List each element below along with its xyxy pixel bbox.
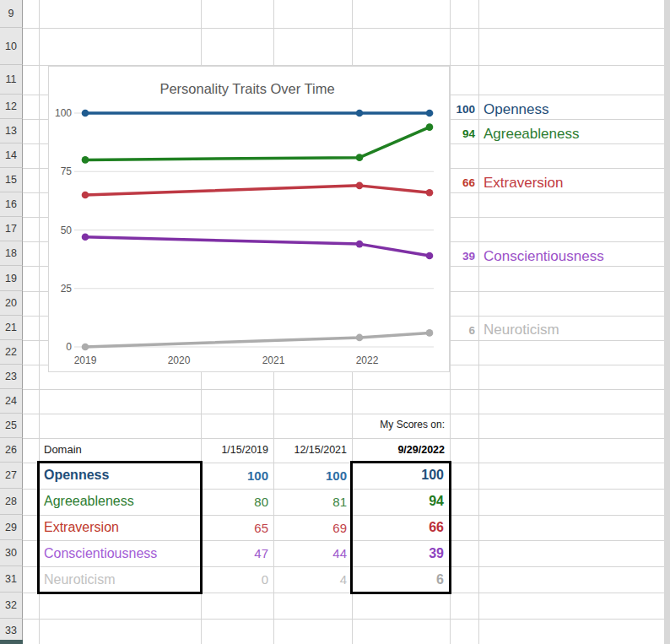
sheet-right-edge	[664, 0, 670, 644]
row-header-18[interactable]: 18	[0, 241, 23, 266]
data-point-agreeableness[interactable]	[426, 123, 434, 131]
legend-value-conscientiousness[interactable]: 39	[450, 244, 475, 268]
chart-title: Personality Traits Over Time	[159, 81, 334, 96]
series-line-neuroticism[interactable]	[85, 333, 430, 347]
legend-value-agreeableness[interactable]: 94	[450, 122, 475, 146]
table-cell-extraversion-2[interactable]: 69	[273, 515, 347, 541]
domain-header[interactable]: Domain	[44, 436, 170, 463]
grid-hline	[23, 389, 670, 390]
row-header-11[interactable]: 11	[0, 65, 23, 95]
data-point-neuroticism[interactable]	[426, 329, 434, 337]
row-header-26[interactable]: 26	[0, 438, 23, 463]
grid-hline	[23, 593, 670, 593]
legend-value-openness[interactable]: 100	[450, 97, 475, 122]
row-header-20[interactable]: 20	[0, 291, 23, 316]
legend-label-agreeableness[interactable]: Agreeableness	[484, 122, 669, 146]
grid-hline	[23, 619, 670, 620]
table-cell-neuroticism-3[interactable]: 6	[343, 566, 444, 593]
row-header-9[interactable]: 9	[0, 0, 23, 28]
x-axis-tick-label: 2022	[356, 354, 379, 366]
y-axis-tick-label: 100	[55, 107, 72, 119]
row-header-10[interactable]: 10	[0, 28, 23, 65]
row-header-13[interactable]: 13	[0, 119, 23, 143]
table-row-label-openness[interactable]: Openness	[44, 463, 196, 489]
data-point-extraversion[interactable]	[356, 182, 364, 190]
row-header-16[interactable]: 16	[0, 192, 23, 217]
data-point-extraversion[interactable]	[82, 192, 89, 199]
row-header-32[interactable]: 32	[0, 593, 23, 619]
legend-label-openness[interactable]: Openness	[484, 97, 669, 122]
row-header-24[interactable]: 24	[0, 389, 23, 414]
table-cell-agreeableness-2[interactable]: 81	[273, 489, 347, 515]
x-axis-tick-label: 2020	[168, 354, 191, 366]
personality-chart[interactable]: Personality Traits Over Time100755025020…	[48, 66, 450, 372]
data-point-extraversion[interactable]	[426, 189, 434, 197]
table-cell-conscientiousness-3[interactable]: 39	[343, 540, 444, 566]
series-line-extraversion[interactable]	[85, 186, 430, 195]
table-row-label-neuroticism[interactable]: Neuroticism	[44, 566, 196, 593]
row-header-31[interactable]: 31	[0, 566, 23, 593]
row-header-25[interactable]: 25	[0, 414, 23, 438]
y-axis-tick-label: 75	[61, 165, 73, 177]
series-line-conscientiousness[interactable]	[85, 237, 430, 256]
row-header-17[interactable]: 17	[0, 217, 23, 241]
date-header-3[interactable]: 9/29/2022	[338, 436, 445, 463]
y-axis-tick-label: 25	[61, 283, 73, 295]
table-row-label-extraversion[interactable]: Extraversion	[44, 515, 196, 541]
data-point-conscientiousness[interactable]	[356, 241, 364, 248]
legend-value-neuroticism[interactable]: 6	[450, 318, 475, 343]
my-scores-on-label[interactable]: My Scores on:	[338, 412, 445, 436]
spreadsheet[interactable]: 9101112131415161718192021222324252627282…	[0, 0, 670, 644]
legend-label-neuroticism[interactable]: Neuroticism	[484, 318, 669, 343]
data-point-conscientiousness[interactable]	[426, 252, 434, 260]
table-cell-openness-3[interactable]: 100	[343, 463, 444, 489]
table-cell-neuroticism-1[interactable]: 0	[201, 566, 268, 593]
row-header-28[interactable]: 28	[0, 489, 23, 515]
table-cell-extraversion-3[interactable]: 66	[343, 515, 444, 541]
legend-label-conscientiousness[interactable]: Conscientiousness	[484, 244, 669, 268]
table-cell-neuroticism-2[interactable]: 4	[273, 566, 347, 593]
row-header-12[interactable]: 12	[0, 95, 23, 119]
grid-hline	[23, 28, 670, 29]
row-header-14[interactable]: 14	[0, 143, 23, 168]
table-row-label-agreeableness[interactable]: Agreeableness	[44, 489, 196, 515]
table-cell-conscientiousness-2[interactable]: 44	[273, 540, 347, 566]
date-header-2[interactable]: 12/15/2021	[273, 436, 347, 463]
chart-canvas: Personality Traits Over Time100755025020…	[49, 67, 449, 371]
data-point-conscientiousness[interactable]	[82, 234, 89, 241]
data-point-openness[interactable]	[356, 110, 364, 117]
table-cell-agreeableness-3[interactable]: 94	[343, 489, 444, 515]
table-cell-openness-1[interactable]: 100	[201, 463, 268, 489]
row-header-15[interactable]: 15	[0, 168, 23, 192]
row-header-30[interactable]: 30	[0, 540, 23, 566]
row-header-19[interactable]: 19	[0, 266, 23, 290]
row-header-23[interactable]: 23	[0, 365, 23, 389]
y-axis-tick-label: 50	[61, 225, 73, 236]
data-point-neuroticism[interactable]	[356, 334, 364, 342]
grid-vline	[478, 0, 479, 644]
legend-value-extraversion[interactable]: 66	[450, 170, 475, 195]
table-row-label-conscientiousness[interactable]: Conscientiousness	[44, 540, 196, 566]
table-cell-extraversion-1[interactable]: 65	[201, 515, 268, 541]
data-point-agreeableness[interactable]	[356, 154, 364, 161]
legend-label-extraversion[interactable]: Extraversion	[484, 170, 669, 195]
table-cell-conscientiousness-1[interactable]: 47	[201, 540, 268, 566]
bottom-corner-strip	[0, 640, 23, 644]
x-axis-tick-label: 2019	[74, 354, 97, 366]
table-cell-agreeableness-1[interactable]: 80	[201, 489, 268, 515]
grid-vline	[39, 0, 40, 644]
table-cell-openness-2[interactable]: 100	[273, 463, 347, 489]
y-axis-tick-label: 0	[66, 341, 72, 353]
data-point-openness[interactable]	[82, 110, 89, 117]
data-point-neuroticism[interactable]	[82, 344, 89, 351]
row-header-22[interactable]: 22	[0, 340, 23, 365]
data-point-openness[interactable]	[426, 110, 434, 117]
x-axis-tick-label: 2021	[262, 354, 285, 366]
row-header-27[interactable]: 27	[0, 463, 23, 489]
series-line-agreeableness[interactable]	[85, 127, 430, 160]
row-header-21[interactable]: 21	[0, 316, 23, 340]
row-header-29[interactable]: 29	[0, 515, 23, 541]
data-point-agreeableness[interactable]	[82, 156, 89, 164]
date-header-1[interactable]: 1/15/2019	[201, 436, 268, 463]
